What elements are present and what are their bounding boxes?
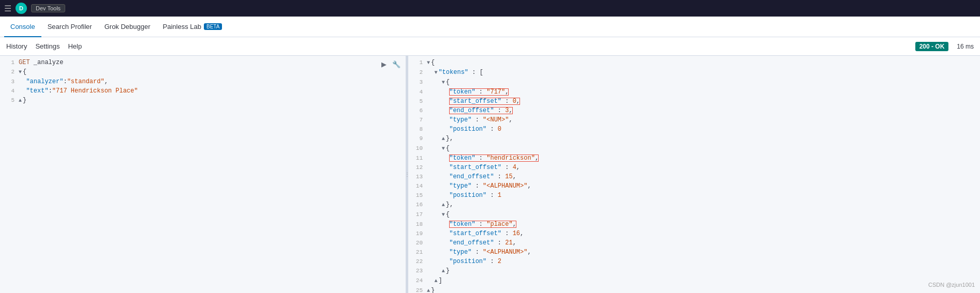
colon: : <box>49 87 52 95</box>
line-content: ▲}, <box>427 134 980 144</box>
brace: }, <box>446 201 453 208</box>
line-number: 16 <box>408 200 427 209</box>
right-code-editor[interactable]: 1 ▼{ 2 ▼"tokens" : [ 3 ▼{ 4 "token" : "7… <box>408 56 980 293</box>
brace: { <box>446 211 450 218</box>
json-value: 1 <box>498 192 501 199</box>
json-key: "type" <box>449 116 471 124</box>
collapse-arrow[interactable]: ▲ <box>442 136 445 142</box>
comma: , <box>105 78 108 85</box>
brace: }, <box>446 135 453 142</box>
table-row: 4 "text":"717 Hendrickson Place" <box>0 86 406 96</box>
right-output-panel: 1 ▼{ 2 ▼"tokens" : [ 3 ▼{ 4 "token" : "7… <box>408 56 980 293</box>
json-value: 0 <box>498 126 501 133</box>
tab-grok-debugger[interactable]: Grok Debugger <box>98 17 157 37</box>
colon: : <box>486 192 498 199</box>
colon: : <box>501 164 513 171</box>
line-number: 4 <box>408 87 427 97</box>
history-button[interactable]: History <box>6 42 27 50</box>
line-number: 1 <box>408 58 427 67</box>
tab-search-profiler[interactable]: Search Profiler <box>41 17 98 37</box>
colon: : <box>501 98 513 105</box>
json-value: "standard" <box>67 78 105 85</box>
collapse-arrow[interactable]: ▼ <box>442 212 445 218</box>
watermark: CSDN @zjun1001 <box>928 282 975 288</box>
line-content: ▲}, <box>427 200 980 210</box>
json-value: 0 <box>513 98 516 105</box>
collapse-arrow[interactable]: ▲ <box>434 278 437 284</box>
wrench-icon[interactable]: 🔧 <box>391 59 402 69</box>
brace: { <box>446 145 450 152</box>
line-number: 22 <box>408 257 427 266</box>
line-number: 2 <box>0 67 19 76</box>
line-content: "start_offset" : 0, <box>427 97 980 106</box>
table-row: 24 ▲] <box>408 276 980 286</box>
devtools-button[interactable]: Dev Tools <box>31 4 65 12</box>
table-row: 2 ▼"tokens" : [ <box>408 68 980 78</box>
avatar: D <box>16 3 27 14</box>
settings-button[interactable]: Settings <box>35 42 60 50</box>
beta-badge: BETA <box>204 23 222 30</box>
tab-painless-lab[interactable]: Painless Lab BETA <box>157 17 229 37</box>
line-content: "position" : 2 <box>427 257 980 266</box>
json-key: "start_offset" <box>449 230 501 237</box>
line-content: ▼"tokens" : [ <box>427 68 980 78</box>
highlighted-token: "token" : "hendrickson", <box>449 155 539 162</box>
line-content: "start_offset" : 4, <box>427 163 980 172</box>
collapse-arrow[interactable]: ▼ <box>442 80 445 85</box>
json-value: 15 <box>505 173 512 180</box>
table-row: 23 ▲} <box>408 266 980 276</box>
comma: , <box>520 230 524 237</box>
highlighted-token: "token" : "place", <box>449 221 516 228</box>
brace-close: } <box>23 97 26 104</box>
json-key: "text" <box>26 87 48 95</box>
table-row: 21 "type" : "<ALPHANUM>", <box>408 248 980 257</box>
table-row: 6 "end_offset" : 3, <box>408 106 980 115</box>
json-key: "start_offset" <box>449 164 501 171</box>
collapse-arrow[interactable]: ▲ <box>442 202 445 208</box>
line-number: 14 <box>408 181 427 191</box>
highlighted-token: "token" : "717", <box>449 88 509 96</box>
line-content: "text":"717 Hendrickson Place" <box>19 86 406 96</box>
json-value: 4 <box>513 164 516 171</box>
table-row: 1 ▼{ <box>408 58 980 68</box>
time-badge: 16 ms <box>957 43 974 50</box>
table-row: 3 ▼{ <box>408 78 980 87</box>
hamburger-icon[interactable]: ☰ <box>4 4 11 13</box>
play-icon[interactable]: ▶ <box>379 59 389 69</box>
line-number: 5 <box>0 96 19 105</box>
collapse-arrow[interactable]: ▲ <box>427 288 430 293</box>
table-row: 15 "position" : 1 <box>408 191 980 200</box>
json-value: "<ALPHANUM>" <box>483 249 527 256</box>
line-content: ▼{ <box>427 78 980 87</box>
line-content: ▼{ <box>427 210 980 220</box>
line-number: 1 <box>0 58 19 67</box>
line-content: "type" : "<ALPHANUM>", <box>427 181 980 191</box>
line-content: "type" : "<ALPHANUM>", <box>427 248 980 257</box>
line-number: 3 <box>408 78 427 87</box>
status-badge: 200 - OK <box>915 42 949 51</box>
collapse-arrow[interactable]: ▼ <box>19 69 22 75</box>
comma: , <box>516 98 520 105</box>
tab-console[interactable]: Console <box>4 17 41 37</box>
collapse-arrow[interactable]: ▲ <box>19 98 22 103</box>
method-keyword: GET <box>19 59 30 66</box>
colon: : <box>476 155 487 162</box>
table-row: 1 GET _analyze <box>0 58 406 67</box>
brace: { <box>431 59 435 66</box>
collapse-arrow[interactable]: ▼ <box>427 60 430 66</box>
line-number: 23 <box>408 266 427 275</box>
left-code-editor[interactable]: 1 GET _analyze 2 ▼{ 3 "analyzer":"standa… <box>0 56 406 293</box>
brace: } <box>431 287 435 293</box>
line-number: 2 <box>408 68 427 77</box>
collapse-arrow[interactable]: ▼ <box>442 146 445 151</box>
help-button[interactable]: Help <box>68 42 82 50</box>
collapse-arrow[interactable]: ▲ <box>442 268 445 274</box>
colon: : <box>471 249 483 256</box>
line-number: 6 <box>408 106 427 115</box>
collapse-arrow[interactable]: ▼ <box>434 70 437 75</box>
json-key: "start_offset" <box>449 98 501 105</box>
highlighted-token: "end_offset" : 3, <box>449 107 512 114</box>
highlighted-token: "start_offset" : 0, <box>449 98 520 105</box>
line-number: 19 <box>408 229 427 238</box>
line-number: 11 <box>408 153 427 163</box>
